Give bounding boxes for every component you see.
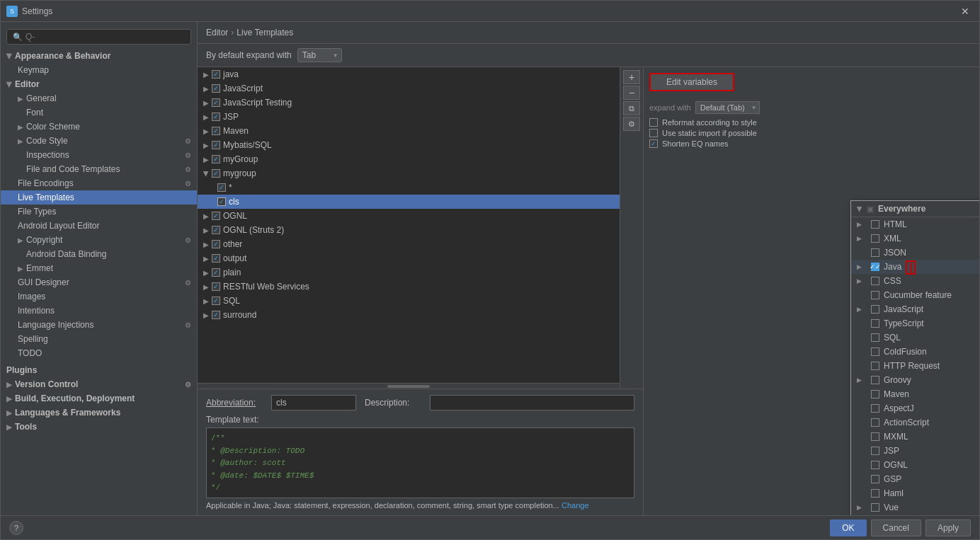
- checkbox-output[interactable]: [212, 254, 220, 263]
- popup-mxml[interactable]: MXML: [851, 430, 979, 444]
- group-ognl-header[interactable]: ▶ OGNL: [198, 209, 620, 223]
- sidebar-item-tools[interactable]: ▶ Tools: [1, 420, 197, 434]
- sidebar-item-color-scheme[interactable]: ▶ Color Scheme: [1, 120, 197, 134]
- group-js-testing-header[interactable]: ▶ JavaScript Testing: [198, 96, 620, 110]
- description-input[interactable]: [430, 395, 634, 410]
- sidebar-item-general[interactable]: ▶ General: [1, 91, 197, 105]
- expand-select-wrapper[interactable]: Tab Enter Space: [297, 48, 342, 62]
- apply-button[interactable]: Apply: [925, 519, 971, 536]
- search-box[interactable]: 🔍: [6, 29, 191, 45]
- popup-maven[interactable]: Maven: [851, 387, 979, 401]
- popup-aspectj[interactable]: AspectJ: [851, 401, 979, 415]
- group-mygroup-upper-header[interactable]: ▶ myGroup: [198, 152, 620, 166]
- sidebar-item-build[interactable]: ▶ Build, Execution, Deployment: [1, 391, 197, 406]
- sidebar-item-keymap[interactable]: Keymap: [1, 63, 197, 77]
- checkbox-mygroup[interactable]: [212, 169, 220, 178]
- group-java-header[interactable]: ▶ java: [198, 67, 620, 81]
- popup-gsp[interactable]: GSP: [851, 472, 979, 486]
- remove-button[interactable]: −: [623, 86, 640, 100]
- scroll-area[interactable]: [198, 383, 620, 389]
- checkbox-maven[interactable]: [212, 127, 220, 135]
- search-input[interactable]: [25, 32, 185, 42]
- sidebar-item-todo[interactable]: TODO: [1, 346, 197, 360]
- group-jsp-header[interactable]: ▶ JSP: [198, 110, 620, 124]
- popup-ognl[interactable]: OGNL: [851, 458, 979, 472]
- checkbox-javascript[interactable]: [212, 84, 220, 93]
- popup-java[interactable]: ▶ ✓ Java |: [851, 260, 979, 274]
- ok-button[interactable]: OK: [830, 519, 866, 536]
- sidebar-item-language-injections[interactable]: Language Injections ⚙: [1, 318, 197, 332]
- checkbox-star[interactable]: [217, 183, 226, 192]
- checkbox-ognl-struts2[interactable]: [212, 226, 220, 234]
- checkbox-jsp-popup[interactable]: [871, 447, 879, 455]
- checkbox-sql-popup[interactable]: [871, 333, 879, 342]
- expand-select[interactable]: Tab Enter Space: [297, 48, 342, 62]
- sidebar-item-version-control[interactable]: ▶ Version Control ⚙: [1, 377, 197, 391]
- template-text-area[interactable]: /** * @Description: TODO * @author: scot…: [206, 427, 634, 498]
- popup-other[interactable]: Other: [851, 515, 979, 515]
- sidebar-item-copyright[interactable]: ▶ Copyright ⚙: [1, 233, 197, 247]
- checkbox-mybatis[interactable]: [212, 141, 220, 149]
- checkbox-css[interactable]: [871, 277, 879, 285]
- expand-with-select-wrapper[interactable]: Default (Tab) Tab Enter Space: [695, 101, 760, 114]
- copy-button[interactable]: ⧉: [623, 101, 640, 115]
- sidebar-item-code-style[interactable]: ▶ Code Style ⚙: [1, 134, 197, 148]
- add-button[interactable]: +: [623, 70, 640, 84]
- checkbox-ognl-popup[interactable]: [871, 461, 879, 469]
- sidebar-item-images[interactable]: Images: [1, 289, 197, 304]
- popup-http-request[interactable]: HTTP Request: [851, 359, 979, 373]
- checkbox-ognl[interactable]: [212, 212, 220, 220]
- sidebar-item-inspections[interactable]: Inspections ⚙: [1, 148, 197, 162]
- checkbox-java-popup[interactable]: ✓: [871, 263, 879, 271]
- sidebar-item-font[interactable]: Font: [1, 105, 197, 120]
- checkbox-coldfusion[interactable]: [871, 347, 879, 356]
- template-cls[interactable]: cls: [198, 195, 620, 209]
- checkbox-jsp[interactable]: [212, 113, 220, 121]
- close-button[interactable]: ✕: [957, 4, 974, 18]
- checkbox-actionscript[interactable]: [871, 418, 879, 427]
- group-restful-header[interactable]: ▶ RESTful Web Services: [198, 280, 620, 294]
- popup-actionscript[interactable]: ActionScript: [851, 415, 979, 430]
- checkbox-haml[interactable]: [871, 489, 879, 498]
- group-javascript-header[interactable]: ▶ JavaScript: [198, 81, 620, 96]
- template-star[interactable]: *: [198, 180, 620, 195]
- popup-jsp[interactable]: JSP: [851, 444, 979, 458]
- group-other-header[interactable]: ▶ other: [198, 237, 620, 251]
- sidebar-item-file-code-templates[interactable]: File and Code Templates ⚙: [1, 162, 197, 176]
- checkbox-plain[interactable]: [212, 268, 220, 277]
- checkbox-aspectj[interactable]: [871, 404, 879, 413]
- checkbox-restful[interactable]: [212, 282, 220, 291]
- sidebar-item-android-layout-editor[interactable]: Android Layout Editor: [1, 219, 197, 233]
- checkbox-surround[interactable]: [212, 311, 220, 319]
- group-maven-header[interactable]: ▶ Maven: [198, 124, 620, 138]
- checkbox-mxml[interactable]: [871, 432, 879, 441]
- expand-with-select[interactable]: Default (Tab) Tab Enter Space: [695, 101, 760, 114]
- checkbox-vue[interactable]: [871, 503, 879, 512]
- checkbox-cls[interactable]: [217, 197, 226, 206]
- checkbox-groovy[interactable]: [871, 376, 879, 384]
- checkbox-http-request[interactable]: [871, 362, 879, 370]
- popup-xml[interactable]: ▶ XML: [851, 231, 979, 246]
- popup-coldfusion[interactable]: ColdFusion: [851, 345, 979, 359]
- group-mygroup-header[interactable]: ▶ mygroup: [198, 166, 620, 180]
- sidebar-item-gui-designer[interactable]: GUI Designer ⚙: [1, 275, 197, 289]
- sidebar-item-file-types[interactable]: File Types: [1, 205, 197, 219]
- sidebar-item-android-data-binding[interactable]: Android Data Binding: [1, 247, 197, 261]
- checkbox-java[interactable]: [212, 70, 220, 79]
- popup-groovy[interactable]: ▶ Groovy: [851, 373, 979, 387]
- popup-sql[interactable]: SQL: [851, 331, 979, 345]
- edit-variables-button[interactable]: Edit variables: [649, 73, 734, 91]
- sidebar-item-file-encodings[interactable]: File Encodings ⚙: [1, 176, 197, 190]
- popup-typescript[interactable]: TypeScript: [851, 316, 979, 331]
- popup-css[interactable]: ▶ CSS: [851, 274, 979, 288]
- checkbox-maven-popup[interactable]: [871, 390, 879, 398]
- popup-haml[interactable]: Haml: [851, 486, 979, 500]
- checkbox-html[interactable]: [871, 220, 879, 229]
- checkbox-mygroup-upper[interactable]: [212, 155, 220, 163]
- popup-vue[interactable]: ▶ Vue: [851, 500, 979, 515]
- reformat-checkbox[interactable]: [649, 118, 658, 127]
- popup-json[interactable]: JSON: [851, 246, 979, 260]
- change-link[interactable]: Change: [562, 501, 589, 510]
- sidebar-item-plugins[interactable]: Plugins: [1, 363, 197, 377]
- group-sql-header[interactable]: ▶ SQL: [198, 294, 620, 308]
